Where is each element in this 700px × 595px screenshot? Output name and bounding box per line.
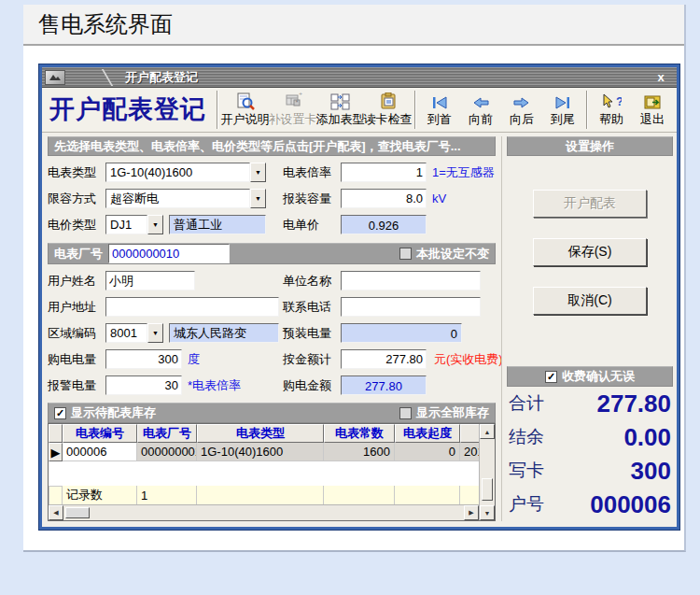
user-name-input[interactable]	[105, 271, 195, 290]
save-button[interactable]: 保存(S)	[533, 238, 647, 266]
toolbar-button-label: 添加表型	[316, 111, 365, 128]
cancel-button[interactable]: 取消(C)	[533, 287, 647, 315]
help-button[interactable]: ? 帮助	[591, 90, 632, 131]
form-row: 电价类型 DJ1 ▼ 普通工业 电单价 0.926	[48, 215, 496, 234]
grid-header-cell[interactable]	[460, 424, 479, 443]
page-card: 售电系统界面 开户配表登记 x 开户配表登记 开户说明 *+	[23, 5, 686, 552]
region-code-select[interactable]: 8001 ▼	[105, 323, 163, 343]
price-type-select[interactable]: DJ1 ▼	[105, 215, 163, 234]
settings-panel-header: 设置操作	[507, 136, 673, 156]
meter-serial-input[interactable]	[108, 244, 230, 263]
grid-header-cell[interactable]: 电表编号	[63, 424, 137, 443]
region-desc: 城东人民路变	[169, 323, 279, 343]
toolbar-separator	[217, 91, 218, 129]
form-row: 购电电量 度 按金额计 元(实收电费)	[48, 349, 496, 369]
chevron-down-icon[interactable]: ▼	[147, 215, 163, 234]
purchase-amount-label: 购电金额	[283, 377, 341, 394]
chevron-down-icon[interactable]: ▼	[147, 323, 163, 343]
grid-header-cell[interactable]: 电表厂号	[137, 424, 197, 443]
grid-header-row: 电表编号 电表厂号 电表类型 电表常数 电表起度	[49, 424, 479, 443]
purchase-qty-input[interactable]	[105, 349, 182, 369]
scroll-up-icon[interactable]: ▲	[480, 424, 495, 439]
fee-confirm-checkbox[interactable]	[545, 371, 557, 383]
meter-type-select[interactable]: 1G-10(40)1600 ▼	[105, 163, 266, 182]
toolbar-button-label: 到首	[427, 111, 452, 128]
clipboard-icon	[379, 92, 398, 110]
purchase-qty-note: 度	[188, 351, 200, 368]
show-pending-stock-label: 显示待配表库存	[71, 404, 156, 421]
write-card-value: 300	[544, 457, 671, 486]
add-meter-type-button[interactable]: 添加表型	[316, 90, 364, 131]
form-row: 用户地址 联系电话	[48, 297, 496, 317]
phone-input[interactable]	[341, 297, 481, 317]
chevron-down-icon[interactable]: ▼	[250, 163, 266, 182]
scroll-right-icon[interactable]: ▶	[464, 505, 479, 520]
svg-text:+: +	[299, 92, 302, 97]
show-pending-stock-checkbox[interactable]	[54, 407, 66, 419]
org-name-label: 单位名称	[283, 273, 341, 290]
meter-stock-grid: 电表编号 电表厂号 电表类型 电表常数 电表起度 ▶ 000006 000000…	[48, 423, 496, 521]
stock-filter-bar: 显示待配表库存 显示全部库存	[48, 403, 496, 423]
balance-value: 0.00	[544, 423, 671, 452]
row-selector-icon: ▶	[49, 443, 63, 461]
hint-bar: 先选择电表类型、电表倍率、电价类型等后点击[开户配表]，查找电表厂号...	[48, 136, 496, 156]
preload-value: 0	[341, 323, 462, 343]
right-arrow-icon	[512, 92, 531, 110]
toolbar-button-label: 退出	[640, 111, 665, 128]
close-button[interactable]: x	[649, 70, 673, 84]
record-count-label: 记录数	[63, 486, 137, 504]
open-account-help-button[interactable]: 开户说明	[221, 90, 269, 131]
grid-corner-cell	[49, 424, 63, 443]
total-value: 277.80	[544, 390, 671, 418]
preload-label: 预装电量	[283, 325, 341, 342]
left-arrow-icon	[471, 92, 490, 110]
horizontal-scrollbar[interactable]: ◀ ▶	[49, 504, 479, 520]
balance-label: 结余	[509, 425, 544, 449]
go-last-button[interactable]: 到尾	[542, 90, 583, 131]
exit-button[interactable]: 退出	[632, 90, 673, 131]
grid-header-cell[interactable]: 电表起度	[395, 424, 460, 443]
chevron-down-icon[interactable]: ▼	[250, 189, 266, 208]
alarm-qty-input[interactable]	[105, 375, 182, 395]
toolbar-button-label: 开户说明	[221, 111, 270, 128]
show-all-stock-checkbox[interactable]	[399, 407, 412, 419]
grid-cell: 1600	[324, 443, 395, 461]
go-next-button[interactable]: 向后	[501, 90, 542, 131]
table-row[interactable]: ▶ 000006 0000000010 1G-10(40)1600 1600 0…	[49, 443, 479, 461]
grid-cell: 2018-	[460, 443, 479, 461]
help-cursor-icon: ?	[601, 92, 622, 110]
page-title: 售电系统界面	[23, 5, 684, 46]
scroll-left-icon[interactable]: ◀	[49, 505, 63, 520]
vertical-scrollbar[interactable]: ▲ ▼	[479, 424, 495, 520]
grid-header-cell[interactable]: 电表常数	[324, 424, 395, 443]
toolbar-button-label: 到尾	[551, 111, 575, 128]
toolbar-button-label: 补设置卡	[269, 111, 317, 128]
limit-mode-value: 超容断电	[105, 189, 250, 208]
horizontal-scroll-thumb[interactable]	[65, 507, 90, 518]
form-row: 限容方式 超容断电 ▼ 报装容量 kV	[48, 189, 496, 208]
batch-fixed-checkbox[interactable]	[399, 248, 412, 260]
meter-serial-bar: 电表厂号 本批设定不变	[48, 243, 496, 264]
scroll-down-icon[interactable]: ▼	[480, 505, 495, 520]
address-input[interactable]	[105, 297, 279, 317]
grid-header-cell[interactable]: 电表类型	[197, 424, 324, 443]
org-name-input[interactable]	[341, 271, 481, 290]
go-first-button[interactable]: 到首	[419, 90, 460, 131]
by-amount-input[interactable]	[341, 349, 427, 369]
meter-type-label: 电表类型	[48, 164, 105, 181]
account-no-label: 户号	[509, 492, 544, 517]
toolbar-big-title: 开户配表登记	[46, 92, 214, 128]
read-card-check-button[interactable]: 读卡检查	[364, 90, 412, 131]
settings-panel: 设置操作 开户配表 保存(S) 取消(C) 收费确认无误 合计 277.80	[501, 136, 673, 521]
last-arrow-icon	[553, 92, 572, 110]
ratio-input[interactable]	[341, 163, 427, 182]
vertical-scroll-thumb[interactable]	[482, 478, 493, 501]
form-row: 区域编码 8001 ▼ 城东人民路变 预装电量 0	[48, 323, 496, 343]
card-icon: *+	[284, 92, 302, 110]
go-previous-button[interactable]: 向前	[460, 90, 501, 131]
grid-footer-corner	[49, 486, 63, 504]
grid-footer-cell	[460, 486, 479, 504]
capacity-input[interactable]	[341, 189, 427, 208]
add-pages-icon	[330, 92, 351, 110]
limit-mode-select[interactable]: 超容断电 ▼	[105, 189, 266, 208]
